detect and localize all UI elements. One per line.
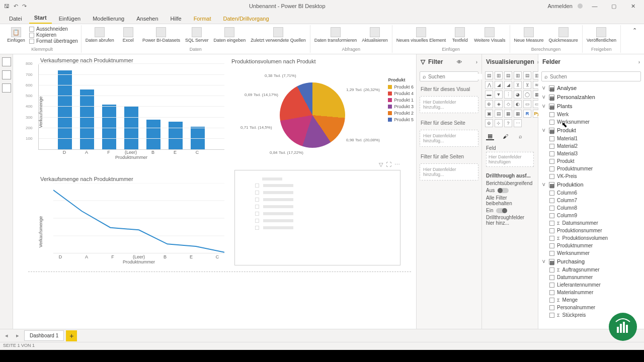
quick-measure-button[interactable]: Quickmeasure <box>548 26 579 44</box>
close-button[interactable]: ✕ <box>626 3 640 10</box>
excel-button[interactable]: Excel <box>118 26 138 44</box>
refresh-button[interactable]: Aktualisieren <box>361 26 389 44</box>
field-auftragsnummer[interactable]: ΣAuftragsnummer <box>538 266 644 274</box>
paste-button[interactable]: 📋Einfügen <box>6 26 26 44</box>
viz-type-shape-map[interactable]: ◇ <box>504 100 512 108</box>
tab-home[interactable]: Start <box>29 13 52 24</box>
visual-filter-icon[interactable]: ▽ <box>379 161 383 168</box>
viz-type-pie[interactable]: ◕ <box>514 90 522 99</box>
filter-page-drop[interactable]: Hier Datenfelder hinzufüg... <box>420 130 478 147</box>
report-canvas[interactable]: Verkaufsmenge nach Produktnummer Verkauf… <box>13 54 417 329</box>
field-werksnummer[interactable]: Werksnummer <box>538 249 644 257</box>
viz-type-stacked-column[interactable]: ▥ <box>495 71 503 79</box>
viz-type-line-column[interactable]: ⊻ <box>514 81 522 89</box>
fields-search[interactable]: ⌕ <box>541 71 641 81</box>
tab-datadrill[interactable]: Daten/Drillvorgang <box>218 14 274 24</box>
cut-button[interactable]: Ausschneiden <box>29 26 78 32</box>
fields-collapse-icon[interactable]: › <box>638 59 640 65</box>
fields-table-personalzahlen[interactable]: ᐯ▦Personalzahlen <box>538 93 644 102</box>
collapse-ribbon-icon[interactable]: ⌃ <box>628 25 641 53</box>
field-werksnummer[interactable]: Werksnummer <box>538 118 644 126</box>
viz-type-funnel[interactable]: ▼ <box>495 90 503 99</box>
pbi-datasets-button[interactable]: Power BI-Datasets <box>141 26 181 44</box>
viz-type-filled-map[interactable]: ◈ <box>495 100 503 108</box>
field-produkt[interactable]: Produkt <box>538 157 644 165</box>
viz-type-qa[interactable]: ? <box>504 119 512 127</box>
signin-link[interactable]: Anmelden <box>547 3 573 9</box>
viz-type-100-bar[interactable]: ▤ <box>523 71 531 79</box>
sql-server-button[interactable]: SQL Server <box>184 26 210 44</box>
filter-search[interactable]: ⌕ <box>420 71 478 81</box>
field-material3[interactable]: Material3 <box>538 150 644 157</box>
format-tab-icon[interactable]: 🖌 <box>501 132 509 140</box>
field-werk[interactable]: Werk <box>538 111 644 118</box>
report-view-icon[interactable] <box>2 57 11 66</box>
get-data-button[interactable]: Daten abrufen <box>85 26 115 44</box>
drillthrough-drop[interactable]: Drillthroughfelder hier hinz... <box>486 215 534 226</box>
new-table-visual[interactable]: ▽ ⛶ ⋯ <box>234 170 400 265</box>
new-measure-button[interactable]: Neue Measure <box>513 26 545 44</box>
textbox-button[interactable]: Textfeld <box>450 26 470 44</box>
viz-type-more[interactable]: ⋯ <box>514 119 522 127</box>
data-view-icon[interactable] <box>2 70 11 79</box>
field-column8[interactable]: Column8 <box>538 204 644 212</box>
fields-table-analyse[interactable]: ᐯ▦Analyse <box>538 83 644 93</box>
more-visuals-button[interactable]: Weitere Visuals <box>473 26 506 44</box>
tab-help[interactable]: Hilfe <box>166 14 187 24</box>
field-material1[interactable]: Material1 <box>538 135 644 142</box>
bar-chart-visual[interactable]: Verkaufsmenge nach Produktnummer Verkauf… <box>38 56 224 172</box>
viz-type-card[interactable]: ▭ <box>523 100 531 108</box>
field-personalnummer[interactable]: Personalnummer <box>538 304 644 311</box>
viz-type-table[interactable]: ▦ <box>504 110 512 118</box>
field-vk-preis[interactable]: VK-Preis <box>538 172 644 180</box>
recent-sources-button[interactable]: Zuletzt verwendete Quellen <box>250 26 307 44</box>
save-icon[interactable]: 🖫 <box>4 3 10 10</box>
page-next-icon[interactable]: ▸ <box>13 332 22 339</box>
field-well-drop[interactable]: Hier Datenfelder hinzufügen <box>486 152 534 167</box>
field-column6[interactable]: Column6 <box>538 189 644 197</box>
filter-eye-icon[interactable]: 👁 <box>457 59 462 65</box>
viz-type-gauge[interactable]: ◐ <box>514 100 522 108</box>
viz-type-line[interactable]: ⋀ <box>485 81 493 89</box>
viz-type-clustered-bar[interactable]: ▤ <box>504 71 512 79</box>
viz-type-clustered-column[interactable]: ▥ <box>514 71 522 79</box>
field-menge[interactable]: ΣMenge <box>538 296 644 304</box>
field-column7[interactable]: Column7 <box>538 197 644 204</box>
help-badge[interactable] <box>609 313 637 341</box>
field-datumsnummer[interactable]: Datumsnummer <box>538 274 644 281</box>
copy-button[interactable]: Kopieren <box>29 32 78 38</box>
user-avatar-icon[interactable] <box>578 4 583 9</box>
visual-focus-icon[interactable]: ⛶ <box>386 161 391 168</box>
filter-visual-drop[interactable]: Hier Datenfelder hinzufüg... <box>420 96 478 113</box>
viz-type-kpi[interactable]: ▣ <box>485 110 493 118</box>
model-view-icon[interactable] <box>2 83 11 93</box>
enter-data-button[interactable]: Daten eingeben <box>213 26 247 44</box>
line-chart-visual[interactable]: Verkaufsmenge nach Produktnummer Verkauf… <box>38 175 224 265</box>
fields-table-purchasing[interactable]: ᐯ▦Purchasing <box>538 257 644 266</box>
filter-collapse-icon[interactable]: › <box>476 59 477 65</box>
viz-type-decomposition[interactable]: ⊹ <box>495 119 503 127</box>
viz-type-scatter[interactable]: ⋮ <box>504 90 512 99</box>
tab-view[interactable]: Ansehen <box>131 14 163 24</box>
viz-type-area[interactable]: ◢ <box>495 81 503 89</box>
viz-type-r[interactable]: R <box>523 110 531 118</box>
fields-table-produkt[interactable]: ᐯ▦Produkt <box>538 126 644 135</box>
visual-more-icon[interactable]: ⋯ <box>394 161 400 168</box>
field-column9[interactable]: Column9 <box>538 212 644 219</box>
viz-type-matrix[interactable]: ▦ <box>514 110 522 118</box>
viz-type-stacked-bar[interactable]: ▤ <box>485 71 493 79</box>
viz-type-key-influencers[interactable]: ⊚ <box>485 119 493 127</box>
keep-filters-toggle[interactable] <box>496 208 507 213</box>
tab-modeling[interactable]: Modellierung <box>88 14 129 24</box>
page-prev-icon[interactable]: ◂ <box>2 332 11 339</box>
viz-type-map[interactable]: ⊕ <box>485 100 493 108</box>
add-page-button[interactable]: + <box>66 330 77 341</box>
field-datumsnummer[interactable]: ΣDatumsnummer <box>538 219 644 227</box>
field-produktionsnummer[interactable]: Produktionsnummer <box>538 227 644 234</box>
fields-table-plants[interactable]: ᐯ▦Plants <box>538 102 644 111</box>
field-materialnummer[interactable]: Materialnummer <box>538 289 644 296</box>
minimize-button[interactable]: — <box>588 3 602 9</box>
viz-type-slicer[interactable]: ▤ <box>495 110 503 118</box>
viz-type-line-clustered[interactable]: ⊻ <box>523 81 531 89</box>
undo-icon[interactable]: ↶ <box>14 3 18 10</box>
